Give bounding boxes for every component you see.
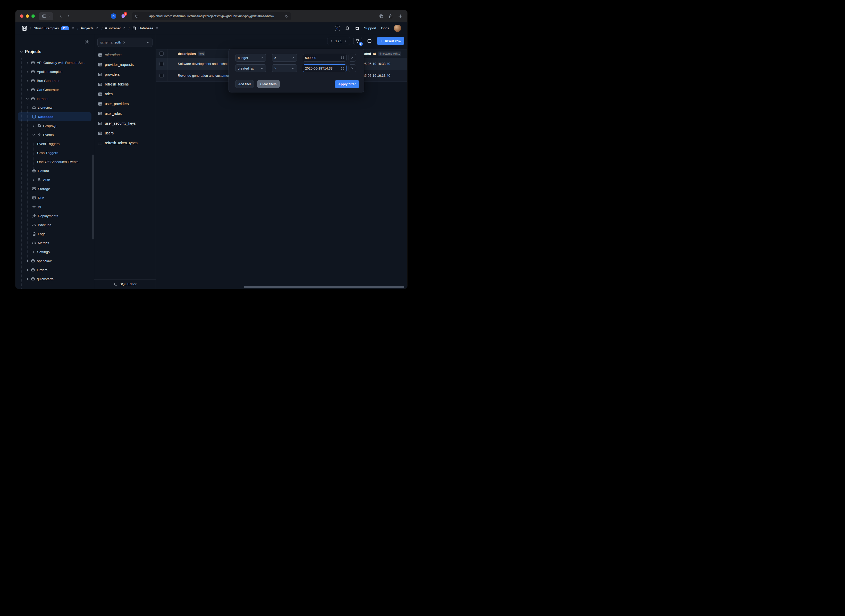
table-item-migrations[interactable]: migrations — [94, 50, 156, 60]
breadcrumb-section[interactable]: Database — [132, 26, 159, 30]
sidebar-item-hasura[interactable]: Hasura — [18, 166, 91, 175]
new-tab-icon[interactable] — [398, 14, 403, 19]
chevrons-updown-icon[interactable] — [71, 26, 75, 30]
projects-tree-header[interactable]: Projects — [15, 48, 94, 56]
sidebar-item-openclaw[interactable]: openclaw — [18, 257, 91, 265]
table-item-users[interactable]: users — [94, 128, 156, 138]
chevrons-updown-icon[interactable] — [96, 26, 99, 30]
filter-operator-select[interactable]: > — [272, 65, 297, 72]
reload-icon[interactable] — [285, 15, 288, 18]
extension-b-icon[interactable]: B — [111, 13, 116, 19]
minimize-window-button[interactable] — [26, 15, 29, 18]
table-item-refresh-token-types[interactable]: refresh_token_types — [94, 138, 156, 148]
zoom-window-button[interactable] — [31, 15, 35, 18]
extension-shield-icon[interactable]: 7 — [120, 13, 126, 19]
sidebar-item-storage[interactable]: Storage — [18, 184, 91, 193]
filter-operator-select[interactable]: > — [272, 54, 297, 62]
sidebar-item-cat-generator[interactable]: Cat Generator — [18, 85, 91, 94]
sidebar-item-backups[interactable]: Backups — [18, 220, 91, 229]
insert-row-button[interactable]: Insert row — [377, 37, 404, 45]
page-monitor-icon — [135, 15, 139, 18]
apply-filter-button[interactable]: Apply filter — [335, 80, 359, 88]
chevron-down-icon — [260, 67, 263, 70]
sidebar-item-events[interactable]: Events — [18, 130, 91, 139]
share-icon[interactable] — [388, 14, 393, 19]
sidebar-item-one-off-scheduled-events[interactable]: One-Off Scheduled Events — [18, 157, 91, 166]
chevron-right-icon — [67, 14, 71, 18]
table-item-user-providers[interactable]: user_providers — [94, 99, 156, 109]
select-all-checkbox[interactable] — [159, 51, 163, 56]
url-bar[interactable]: app.nhost.io/orgs/bzhrmnukvzmseiatiijd/p… — [132, 12, 291, 21]
filter-column-select[interactable]: budget — [235, 54, 266, 62]
table-item-refresh-tokens[interactable]: refresh_tokens — [94, 79, 156, 89]
filter-value-input-focused[interactable]: 2025-06-18T14:33 — [303, 65, 347, 72]
expand-icon[interactable] — [341, 67, 344, 70]
breadcrumb-project[interactable]: intranet — [105, 26, 126, 30]
row-checkbox-cell — [156, 58, 168, 69]
chevrons-updown-icon[interactable] — [155, 26, 159, 30]
table-item-roles[interactable]: roles — [94, 89, 156, 99]
remove-filter-button[interactable] — [348, 65, 356, 72]
sidebar-item-apollo-examples[interactable]: Apollo examples — [18, 67, 91, 76]
schema-select[interactable]: schema. auth — [97, 38, 153, 47]
chevrons-updown-icon[interactable] — [123, 26, 126, 30]
package-icon — [31, 79, 35, 83]
add-filter-button[interactable]: Add filter — [235, 80, 254, 88]
sidebar-item-api-gateway[interactable]: API Gateway with Remote Sc... — [18, 58, 91, 67]
sidebar-item-graphql[interactable]: GraphQL — [18, 121, 91, 130]
sidebar-item-overview[interactable]: Overview — [18, 103, 91, 112]
sidebar-item-event-triggers[interactable]: Event Triggers — [18, 139, 91, 148]
sidebar-item-run[interactable]: Run — [18, 194, 91, 202]
sidebar-item-cron-triggers[interactable]: Cron Triggers — [18, 148, 91, 157]
sidebar-item-database[interactable]: Database — [18, 112, 91, 121]
breadcrumb-projects[interactable]: Projects — [81, 26, 99, 30]
row-checkbox[interactable] — [159, 62, 163, 66]
expand-icon[interactable] — [341, 56, 344, 60]
close-window-button[interactable] — [20, 15, 24, 18]
nhost-logo-icon[interactable] — [22, 25, 27, 31]
row-checkbox[interactable] — [159, 74, 163, 78]
remove-filter-button[interactable] — [348, 54, 356, 62]
sidebar-item-settings[interactable]: Settings — [18, 248, 91, 256]
horizontal-scrollbar[interactable] — [244, 286, 404, 288]
sidebar-item-logs[interactable]: Logs — [18, 229, 91, 238]
extension-badge: 7 — [123, 12, 127, 16]
table-item-providers[interactable]: providers — [94, 69, 156, 79]
sidebar-item-ai[interactable]: AI — [18, 202, 91, 211]
columns-button[interactable] — [365, 37, 374, 45]
support-link[interactable]: Support — [364, 26, 376, 30]
filter-button[interactable]: 2 — [353, 37, 362, 45]
sidebar-item-quickstarts[interactable]: quickstarts — [18, 274, 91, 283]
back-button[interactable] — [57, 12, 65, 20]
forward-button[interactable] — [65, 12, 72, 20]
copy-tabs-icon[interactable] — [379, 14, 384, 19]
docs-link[interactable]: Docs — [381, 26, 389, 30]
sidebar-item-intranet[interactable]: intranet — [18, 94, 91, 103]
sidebar-item-bun-generator[interactable]: Bun Generator — [18, 76, 91, 85]
sidebar-item-orders[interactable]: Orders — [18, 265, 91, 274]
chevron-down-icon — [19, 50, 23, 54]
table-item-user-roles[interactable]: user_roles — [94, 109, 156, 119]
next-page-icon[interactable] — [344, 40, 347, 43]
sidebar-item-deployments[interactable]: Deployments — [18, 211, 91, 220]
table-icon — [98, 131, 102, 135]
sql-editor-button[interactable]: SQL Editor — [94, 279, 156, 289]
feedback-icon[interactable]: g — [335, 26, 340, 31]
breadcrumb-org[interactable]: Nhost Examples Pro — [34, 26, 75, 30]
user-icon — [37, 178, 41, 182]
sidebar-scrollbar[interactable] — [93, 154, 94, 239]
pin-off-icon[interactable] — [84, 40, 89, 44]
bell-icon[interactable] — [345, 26, 350, 31]
megaphone-icon[interactable] — [354, 26, 359, 31]
prev-page-icon[interactable] — [330, 40, 333, 43]
sidebar-toggle-button[interactable] — [39, 12, 53, 20]
sidebar-item-metrics[interactable]: Metrics — [18, 239, 91, 247]
clear-filters-button[interactable]: Clear filters — [257, 80, 279, 88]
user-avatar[interactable] — [394, 25, 401, 32]
sidebar-item-auth[interactable]: Auth — [18, 175, 91, 184]
table-item-provider-requests[interactable]: provider_requests — [94, 60, 156, 69]
filter-value-input[interactable]: 500000 — [303, 54, 347, 62]
filter-column-select[interactable]: created_at — [235, 65, 266, 72]
table-item-user-security-keys[interactable]: user_security_keys — [94, 119, 156, 128]
gauge-icon — [32, 241, 36, 245]
